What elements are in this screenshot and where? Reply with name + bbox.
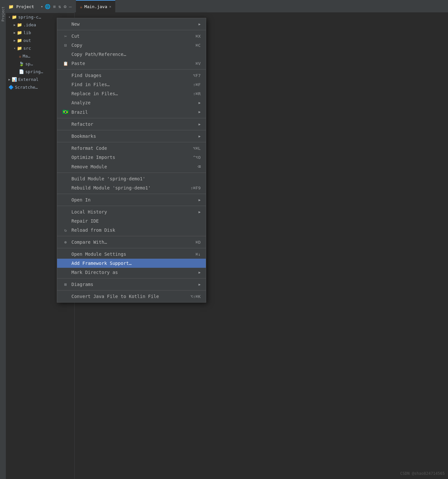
menu-item-label: Build Module 'spring-demo1' <box>71 176 201 181</box>
tree-item-label: .idea <box>23 22 36 27</box>
menu-item-label: Remove Module <box>71 164 191 169</box>
menu-shortcut: ⌘C <box>195 43 201 48</box>
menu-item-label: Reformat Code <box>71 146 187 151</box>
menu-item-label: Open In <box>71 197 196 202</box>
menu-item-open-module-settings[interactable]: Open Module Settings ⌘↓ <box>57 250 206 259</box>
menu-item-label: Brazil <box>71 110 196 115</box>
submenu-arrow-icon: ▶ <box>198 282 201 287</box>
menu-item-replace-in-files[interactable]: Replace in Files… ⇧⌘R <box>57 89 206 98</box>
menu-item-remove-module[interactable]: Remove Module ⌫ <box>57 162 206 171</box>
list-icon[interactable]: ≡ <box>53 4 56 9</box>
menu-separator <box>57 130 206 130</box>
menu-item-mark-directory[interactable]: Mark Directory as ▶ <box>57 268 206 277</box>
minimize-icon[interactable]: — <box>69 4 72 9</box>
menu-item-build-module[interactable]: Build Module 'spring-demo1' <box>57 174 206 183</box>
submenu-arrow-icon: ▶ <box>198 101 201 105</box>
menu-shortcut: ⌥F7 <box>193 73 201 78</box>
tab-bar: ☕ Main.java ✕ <box>75 0 448 12</box>
menu-item-copy-path[interactable]: Copy Path/Reference… <box>57 50 206 59</box>
copy-icon: ⊡ <box>62 43 69 48</box>
menu-item-cut[interactable]: ✂ Cut ⌘X <box>57 32 206 41</box>
brazil-icon: 🇧🇷 <box>62 109 69 115</box>
menu-shortcut: ⇧⌘F9 <box>191 186 201 190</box>
menu-item-label: Convert Java File to Kotlin File <box>71 294 184 299</box>
menu-item-label: Diagrams <box>71 282 196 287</box>
cut-icon: ✂ <box>62 34 69 39</box>
menu-shortcut: ⇧⌘R <box>193 91 201 96</box>
menu-shortcut: ^⌥O <box>193 155 201 160</box>
collapse-icon[interactable]: ⇅ <box>58 4 61 9</box>
menu-item-add-framework-support[interactable]: Add Framework Support… <box>57 259 206 268</box>
menu-item-diagrams[interactable]: ⊞ Diagrams ▶ <box>57 280 206 289</box>
project-panel-title: Project <box>16 4 39 9</box>
menu-shortcut: ⌘D <box>195 240 201 245</box>
menu-shortcut: ⌘X <box>195 34 201 39</box>
menu-item-reload-from-disk[interactable]: ↻ Reload from Disk <box>57 226 206 235</box>
settings-icon[interactable]: ⚙ <box>64 4 66 9</box>
menu-item-copy[interactable]: ⊡ Copy ⌘C <box>57 41 206 50</box>
tab-close-button[interactable]: ✕ <box>109 5 111 9</box>
menu-separator <box>57 194 206 194</box>
menu-separator <box>57 278 206 278</box>
project-dropdown-icon[interactable]: ▾ <box>41 5 43 9</box>
menu-separator <box>57 173 206 173</box>
tree-item-label: lib <box>23 30 31 35</box>
menu-item-label: Mark Directory as <box>71 270 196 275</box>
menu-shortcut: ⌘V <box>195 61 201 66</box>
menu-separator <box>57 236 206 236</box>
menu-item-analyze[interactable]: Analyze ▶ <box>57 98 206 107</box>
menu-shortcut: ⌥⇧⌘K <box>191 294 201 299</box>
menu-item-label: Repair IDE <box>71 218 201 224</box>
menu-item-new[interactable]: New ▶ <box>57 19 206 29</box>
menu-item-label: Analyze <box>71 100 196 105</box>
menu-item-find-usages[interactable]: Find Usages ⌥F7 <box>57 71 206 80</box>
watermark-text: CSDN @shao824714565 <box>400 471 445 476</box>
menu-item-label: Rebuild Module 'spring-demo1' <box>71 185 184 190</box>
menu-separator <box>57 248 206 248</box>
tree-item-label: External <box>18 77 39 82</box>
menu-item-label: Paste <box>71 61 189 66</box>
reload-icon: ↻ <box>62 228 69 233</box>
menu-item-label: Find in Files… <box>71 82 187 87</box>
menu-item-label: Find Usages <box>71 73 187 78</box>
menu-item-label: Reload from Disk <box>71 227 201 233</box>
context-menu: New ▶ ✂ Cut ⌘X ⊡ Copy ⌘C Copy Path/Refer… <box>57 18 206 303</box>
menu-item-brazil[interactable]: 🇧🇷 Brazil ▶ <box>57 107 206 117</box>
menu-item-label: Copy Path/Reference… <box>71 52 201 57</box>
menu-item-optimize-imports[interactable]: Optimize Imports ^⌥O <box>57 153 206 162</box>
menu-item-label: Compare With… <box>71 240 189 245</box>
submenu-arrow-icon: ▶ <box>198 122 201 126</box>
globe-icon[interactable]: 🌐 <box>45 4 50 9</box>
tree-item-label: spring-c… <box>18 15 41 19</box>
compare-icon: ⊕ <box>62 240 69 245</box>
menu-item-rebuild-module[interactable]: Rebuild Module 'spring-demo1' ⇧⌘F9 <box>57 183 206 192</box>
menu-item-refactor[interactable]: Refactor ▶ <box>57 120 206 129</box>
menu-shortcut: ⇧⌘F <box>193 82 201 87</box>
submenu-arrow-icon: ▶ <box>198 110 201 114</box>
menu-item-label: Replace in Files… <box>71 91 187 96</box>
menu-item-repair-ide[interactable]: Repair IDE <box>57 216 206 226</box>
menu-item-reformat[interactable]: Reformat Code ⌥⌘L <box>57 144 206 153</box>
tree-item-label: src <box>23 46 31 51</box>
menu-separator <box>57 142 206 142</box>
menu-item-label: Refactor <box>71 122 196 127</box>
menu-separator <box>57 30 206 30</box>
menu-item-local-history[interactable]: Local History ▶ <box>57 207 206 216</box>
paste-icon: 📋 <box>62 61 69 66</box>
menu-item-open-in[interactable]: Open In ▶ <box>57 195 206 204</box>
menu-item-label: Cut <box>71 33 189 39</box>
submenu-arrow-icon: ▶ <box>198 210 201 214</box>
project-panel-header: 📁 Project ▾ 🌐 ≡ ⇅ ⚙ — <box>6 0 74 13</box>
menu-item-find-in-files[interactable]: Find in Files… ⇧⌘F <box>57 80 206 89</box>
tree-item-label: out <box>23 38 31 43</box>
menu-item-label: Local History <box>71 209 196 214</box>
menu-item-label: New <box>71 21 196 27</box>
project-vertical-label[interactable]: Project <box>1 6 5 21</box>
tab-main-java[interactable]: ☕ Main.java ✕ <box>76 0 115 12</box>
menu-item-convert-kotlin[interactable]: Convert Java File to Kotlin File ⌥⇧⌘K <box>57 292 206 301</box>
submenu-arrow-icon: ▶ <box>198 22 201 26</box>
vertical-tab-strip: Project <box>0 0 6 479</box>
menu-item-bookmarks[interactable]: Bookmarks ▶ <box>57 132 206 141</box>
menu-item-compare-with[interactable]: ⊕ Compare With… ⌘D <box>57 238 206 247</box>
menu-item-paste[interactable]: 📋 Paste ⌘V <box>57 59 206 68</box>
